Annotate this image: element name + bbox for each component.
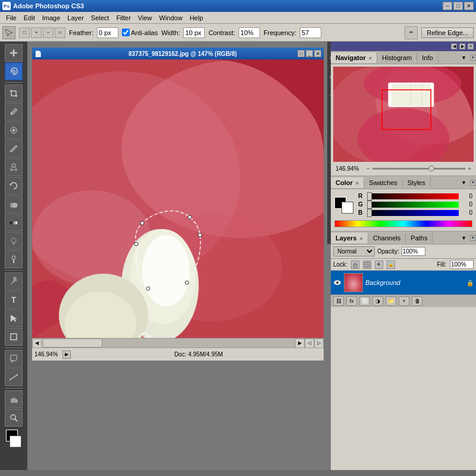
menu-image[interactable]: Image: [39, 13, 64, 23]
background-swatch[interactable]: [342, 202, 353, 214]
intersect-selection-btn[interactable]: ∩: [55, 27, 65, 38]
green-slider[interactable]: [367, 202, 459, 208]
scroll-thumb[interactable]: [43, 339, 102, 347]
frequency-input[interactable]: [300, 27, 321, 38]
brush-tool[interactable]: [5, 140, 23, 158]
navigator-panel-close[interactable]: ✕: [470, 55, 476, 61]
red-slider[interactable]: [367, 193, 459, 199]
heal-tool[interactable]: [5, 121, 23, 139]
zoom-in-btn[interactable]: +: [468, 165, 471, 172]
menu-layer[interactable]: Layer: [64, 13, 87, 23]
type-tool[interactable]: T: [5, 291, 23, 309]
eyedropper-tool[interactable]: [5, 103, 23, 121]
menu-edit[interactable]: Edit: [20, 13, 39, 23]
layers-tab-close[interactable]: ×: [360, 236, 363, 242]
scroll-nav-left[interactable]: ◁: [305, 339, 314, 348]
color-tab-close[interactable]: ×: [356, 180, 359, 186]
new-layer-btn[interactable]: +: [399, 296, 409, 306]
tab-channels[interactable]: Channels: [368, 233, 406, 243]
notes-tool[interactable]: [5, 350, 23, 368]
background-layer-row[interactable]: Background 🔒: [331, 271, 476, 295]
red-slider-thumb[interactable]: [367, 192, 372, 201]
navigator-tab-close[interactable]: ×: [369, 55, 372, 61]
contrast-input[interactable]: [239, 27, 260, 38]
refine-edge-button[interactable]: Refine Edge...: [421, 27, 474, 38]
tab-navigator[interactable]: Navigator ×: [331, 52, 377, 63]
color-panel-close[interactable]: ✕: [470, 180, 476, 186]
menu-select[interactable]: Select: [87, 13, 113, 23]
doc-minimize-btn[interactable]: _: [306, 50, 313, 57]
pen-tool[interactable]: [5, 273, 23, 290]
adjustment-layer-btn[interactable]: ◑: [372, 296, 383, 306]
tab-layers[interactable]: Layers ×: [331, 233, 368, 243]
blur-tool[interactable]: [5, 232, 23, 250]
opacity-input[interactable]: [402, 247, 425, 256]
lock-all-btn[interactable]: 🔒: [387, 261, 395, 269]
zoom-out-btn[interactable]: −: [367, 165, 370, 172]
tab-info[interactable]: Info: [417, 52, 438, 63]
layer-visibility-toggle[interactable]: [333, 278, 342, 287]
layer-group-btn[interactable]: 📁: [386, 296, 396, 306]
clone-stamp-tool[interactable]: [5, 158, 23, 176]
measure-tool[interactable]: [5, 368, 23, 386]
blue-slider-thumb[interactable]: [367, 209, 372, 217]
link-layers-btn[interactable]: ⛓: [333, 296, 344, 306]
layers-panel-close[interactable]: ✕: [470, 235, 476, 241]
add-selection-btn[interactable]: +: [31, 27, 42, 38]
panel-expand-btn[interactable]: ▶: [459, 43, 465, 49]
panel-close-btn[interactable]: ✕: [468, 43, 474, 49]
color-panel-menu[interactable]: ▼: [461, 180, 466, 186]
tab-styles[interactable]: Styles: [403, 177, 431, 188]
menu-filter[interactable]: Filter: [112, 13, 134, 23]
zoom-slider[interactable]: [372, 168, 465, 170]
navigator-panel-menu[interactable]: ▼: [461, 55, 466, 61]
menu-window[interactable]: Window: [156, 13, 186, 23]
panel-collapse-btn[interactable]: ◀: [451, 43, 457, 49]
delete-layer-btn[interactable]: 🗑: [412, 296, 422, 306]
scroll-right-btn[interactable]: ▶: [295, 339, 305, 348]
move-tool[interactable]: [5, 44, 23, 62]
eraser-tool[interactable]: [5, 195, 23, 213]
scroll-track[interactable]: [102, 339, 295, 347]
doc-maximize-btn[interactable]: □: [298, 50, 305, 57]
tab-paths[interactable]: Paths: [406, 233, 433, 243]
layer-mask-btn[interactable]: ⬜: [359, 296, 370, 306]
doc-close-btn[interactable]: ✕: [314, 50, 321, 57]
scroll-nav-right[interactable]: ▷: [314, 339, 324, 348]
blue-slider[interactable]: [367, 210, 459, 216]
path-select-tool[interactable]: [5, 309, 23, 327]
dodge-tool[interactable]: [5, 250, 23, 268]
subtract-selection-btn[interactable]: −: [43, 27, 54, 38]
close-button[interactable]: ✕: [464, 2, 474, 10]
tab-swatches[interactable]: Swatches: [364, 177, 403, 188]
fill-input[interactable]: [450, 260, 474, 269]
zoom-slider-thumb[interactable]: [428, 165, 434, 171]
menu-view[interactable]: View: [134, 13, 156, 23]
tab-histogram[interactable]: Histogram: [377, 52, 417, 63]
maximize-button[interactable]: □: [453, 2, 463, 10]
layer-style-btn[interactable]: fx: [346, 296, 357, 306]
new-selection-btn[interactable]: □: [19, 27, 30, 38]
gradient-tool[interactable]: [5, 214, 23, 231]
width-input[interactable]: [183, 27, 205, 38]
edit-toolbar-btn[interactable]: ✏: [405, 26, 418, 39]
tab-color[interactable]: Color ×: [331, 177, 364, 188]
menu-help[interactable]: Help: [186, 13, 207, 23]
history-brush-tool[interactable]: [5, 177, 23, 195]
lock-position-btn[interactable]: ✛: [375, 261, 383, 269]
blend-mode-select[interactable]: Normal: [333, 246, 375, 256]
minimize-button[interactable]: −: [443, 2, 452, 10]
scroll-left-btn[interactable]: ◀: [32, 339, 42, 348]
spectrum-bar[interactable]: [334, 220, 472, 227]
anti-alias-checkbox[interactable]: [122, 29, 130, 36]
shape-tool[interactable]: [5, 328, 23, 346]
background-color-swatch[interactable]: [10, 436, 21, 447]
lasso-tool[interactable]: [5, 62, 23, 80]
green-slider-thumb[interactable]: [367, 201, 372, 209]
zoom-indicator-btn[interactable]: ▶: [62, 350, 71, 359]
hand-tool[interactable]: [5, 390, 23, 408]
crop-tool[interactable]: [5, 84, 23, 102]
lock-image-btn[interactable]: [363, 261, 371, 269]
foreground-background-color[interactable]: [5, 430, 23, 447]
lock-transparent-btn[interactable]: [351, 261, 359, 269]
